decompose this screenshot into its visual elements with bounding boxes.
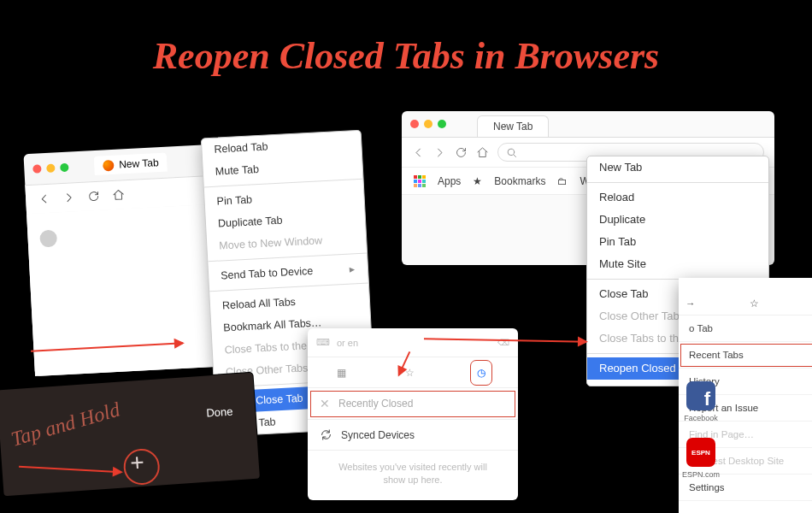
maximize-window-icon[interactable] [438, 120, 446, 128]
menu-recent-tabs[interactable]: Recent Tabs [679, 342, 812, 369]
bookmarks-label[interactable]: Bookmarks [494, 175, 545, 187]
home-icon[interactable] [476, 146, 489, 159]
close-window-icon[interactable] [410, 120, 419, 128]
browser-tab[interactable]: New Tab [94, 153, 168, 175]
search-placeholder: or en [337, 338, 358, 348]
forward-icon[interactable] [433, 146, 446, 159]
forward-icon[interactable]: → [685, 298, 696, 309]
reload-icon[interactable] [455, 146, 468, 159]
forward-icon[interactable] [62, 191, 76, 204]
panels-icon[interactable]: ▦ [337, 367, 346, 379]
minimize-window-icon[interactable] [424, 120, 432, 128]
window-controls[interactable] [32, 163, 68, 174]
empty-history-note: Websites you've visited recently will sh… [308, 451, 518, 500]
keyboard-icon: ⌨︎ [316, 337, 330, 348]
recently-closed-row[interactable]: ✕ Recently Closed [308, 388, 518, 420]
browser-tab[interactable]: New Tab [477, 115, 549, 137]
mobile-status-bar: ᛒ ▮ [679, 278, 812, 292]
mobile-toolbar: → ☆ [679, 292, 812, 315]
reload-icon[interactable] [87, 190, 101, 203]
svg-point-0 [508, 149, 515, 156]
folder-icon: 🗀 [557, 175, 568, 187]
new-tab-plus-icon[interactable]: + [129, 449, 145, 477]
bookmarks-star-icon[interactable]: ☆ [405, 367, 415, 379]
menu-mute-site[interactable]: Mute Site [587, 253, 768, 275]
app-label: Facebook [684, 414, 718, 422]
page-title: Reopen Closed Tabs in Browsers [153, 34, 659, 78]
apps-label[interactable]: Apps [438, 175, 461, 187]
maximize-window-icon[interactable] [60, 163, 69, 173]
menu-separator [587, 182, 768, 183]
tap-and-hold-label: Tap and Hold [9, 398, 123, 451]
ios-library-tabs: ▦ ☆ ◷ [308, 357, 518, 388]
history-clock-icon[interactable]: ◷ [474, 363, 489, 382]
chrome-tabbar: New Tab [402, 111, 774, 137]
mobile-home-apps: Facebook ESPN ESPN.com [682, 381, 720, 479]
app-label: ESPN.com [682, 470, 720, 479]
done-button[interactable]: Done [206, 404, 233, 419]
search-icon [505, 146, 518, 159]
bookmarks-star-icon: ★ [473, 175, 482, 187]
menu-truncated[interactable]: o Tab [679, 315, 812, 342]
home-icon[interactable] [112, 188, 126, 202]
menu-pin-tab[interactable]: Pin Tab [587, 231, 768, 253]
facebook-icon [686, 381, 715, 410]
window-controls[interactable] [410, 120, 446, 128]
recently-closed-label: Recently Closed [338, 398, 413, 410]
back-icon[interactable] [412, 146, 425, 159]
back-icon[interactable] [38, 192, 51, 206]
firefox-favicon-icon [103, 159, 115, 171]
tab-label: New Tab [119, 156, 159, 170]
firefox-logo-icon [39, 229, 57, 247]
synced-devices-row[interactable]: Synced Devices [308, 420, 518, 451]
synced-devices-label: Synced Devices [341, 429, 415, 441]
menu-reload[interactable]: Reload [587, 186, 768, 209]
menu-duplicate[interactable]: Duplicate [587, 209, 768, 231]
minimize-window-icon[interactable] [46, 163, 56, 173]
ios-safari-history-panel: ⌨︎ or en ⌫ ▦ ☆ ◷ ✕ Recently Closed Synce… [308, 328, 518, 500]
app-facebook[interactable]: Facebook [682, 381, 720, 422]
app-espn[interactable]: ESPN ESPN.com [682, 438, 720, 479]
menu-send-to-device[interactable]: Send Tab to Device [209, 257, 368, 288]
close-x-icon: ✕ [320, 397, 330, 410]
apps-grid-icon[interactable] [414, 175, 426, 187]
sync-icon [320, 428, 332, 441]
menu-new-tab[interactable]: New Tab [587, 156, 768, 179]
close-window-icon[interactable] [32, 164, 42, 174]
bookmark-star-icon[interactable]: ☆ [750, 298, 759, 310]
ios-tab-switcher: Tap and Hold Done + [0, 373, 260, 497]
ios-search-bar[interactable]: ⌨︎ or en ⌫ [308, 328, 518, 357]
espn-icon: ESPN [686, 438, 715, 467]
